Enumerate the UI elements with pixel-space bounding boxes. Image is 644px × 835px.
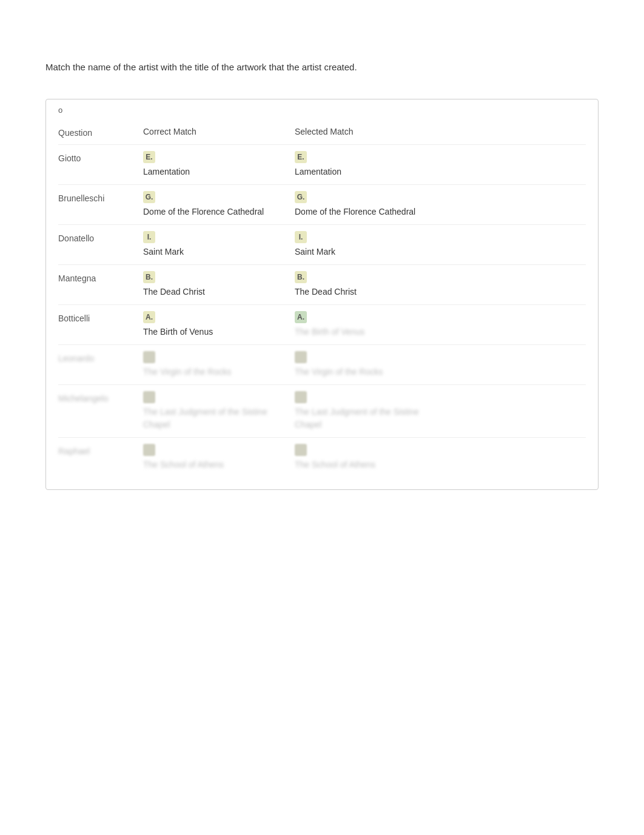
question-cell: Raphael	[58, 444, 143, 456]
selected-artwork: The Last Judgment of the Sistine Chapel	[295, 406, 446, 431]
selected-artwork: Dome of the Florence Cathedral	[295, 206, 446, 218]
correct-match-cell: E.Lamentation	[143, 151, 295, 178]
table-row: LeonardoD.The Virgin of the RocksD.The V…	[58, 345, 586, 384]
correct-badge: E.	[143, 151, 155, 163]
correct-match-cell: G.Dome of the Florence Cathedral	[143, 191, 295, 218]
correct-badge: C.	[143, 391, 155, 403]
correct-match-cell: B.The Dead Christ	[143, 271, 295, 298]
correct-artwork: The Virgin of the Rocks	[143, 366, 295, 378]
selected-badge: C.	[295, 391, 307, 403]
question-cell: Botticelli	[58, 311, 143, 323]
correct-badge: D.	[143, 351, 155, 363]
instructions-text: Match the name of the artist with the ti…	[45, 62, 357, 72]
correct-artwork: Lamentation	[143, 166, 295, 178]
selected-badge: I.	[295, 231, 307, 243]
o-label: o	[58, 106, 586, 115]
question-cell: Donatello	[58, 231, 143, 243]
correct-artwork: Dome of the Florence Cathedral	[143, 206, 295, 218]
correct-artwork: The Last Judgment of the Sistine Chapel	[143, 406, 295, 431]
table-header: Question Correct Match Selected Match	[58, 119, 586, 141]
selected-artwork: The Dead Christ	[295, 286, 446, 298]
correct-match-cell: C.The Last Judgment of the Sistine Chape…	[143, 391, 295, 431]
correct-badge: F.	[143, 444, 155, 456]
header-correct: Correct Match	[143, 126, 295, 138]
selected-match-cell: B.The Dead Christ	[295, 271, 446, 298]
page-container: Match the name of the artist with the ti…	[0, 0, 644, 538]
selected-match-cell: D.The Virgin of the Rocks	[295, 351, 446, 378]
selected-artwork: Lamentation	[295, 166, 446, 178]
correct-badge: G.	[143, 191, 155, 203]
table-row: GiottoE.LamentationE.Lamentation	[58, 145, 586, 184]
table-body: GiottoE.LamentationE.LamentationBrunelle…	[58, 145, 586, 477]
correct-artwork: The Birth of Venus	[143, 326, 295, 338]
question-cell: Michelangelo	[58, 391, 143, 403]
selected-artwork: Saint Mark	[295, 246, 446, 258]
selected-artwork: The Virgin of the Rocks	[295, 366, 446, 378]
table-row: MantegnaB.The Dead ChristB.The Dead Chri…	[58, 265, 586, 304]
table-section: o Question Correct Match Selected Match …	[45, 99, 599, 490]
correct-badge: A.	[143, 311, 155, 323]
question-cell: Leonardo	[58, 351, 143, 363]
correct-match-cell: F.The School of Athens	[143, 444, 295, 471]
question-cell: Mantegna	[58, 271, 143, 283]
selected-match-cell: G.Dome of the Florence Cathedral	[295, 191, 446, 218]
selected-badge: D.	[295, 351, 307, 363]
question-cell: Brunelleschi	[58, 191, 143, 203]
correct-artwork: The Dead Christ	[143, 286, 295, 298]
selected-match-cell: I.Saint Mark	[295, 231, 446, 258]
selected-match-cell: E.Lamentation	[295, 151, 446, 178]
table-row: MichelangeloC.The Last Judgment of the S…	[58, 385, 586, 437]
header-selected: Selected Match	[295, 126, 446, 138]
table-row: BrunelleschiG.Dome of the Florence Cathe…	[58, 185, 586, 224]
table-row: RaphaelF.The School of AthensF.The Schoo…	[58, 438, 586, 477]
correct-badge: I.	[143, 231, 155, 243]
correct-match-cell: D.The Virgin of the Rocks	[143, 351, 295, 378]
selected-match-cell: C.The Last Judgment of the Sistine Chape…	[295, 391, 446, 431]
instructions: Match the name of the artist with the ti…	[45, 61, 361, 75]
correct-artwork: The School of Athens	[143, 458, 295, 471]
selected-artwork: The Birth of Venus	[295, 326, 446, 338]
correct-match-cell: I.Saint Mark	[143, 231, 295, 258]
selected-match-cell: F.The School of Athens	[295, 444, 446, 471]
correct-match-cell: A.The Birth of Venus	[143, 311, 295, 338]
selected-badge: F.	[295, 444, 307, 456]
table-row: DonatelloI.Saint MarkI.Saint Mark	[58, 225, 586, 264]
header-question: Question	[58, 126, 143, 138]
question-cell: Giotto	[58, 151, 143, 163]
selected-artwork: The School of Athens	[295, 458, 446, 471]
selected-badge: G.	[295, 191, 307, 203]
table-row: BotticelliA.The Birth of VenusA.The Birt…	[58, 305, 586, 344]
selected-badge: A.	[295, 311, 307, 323]
correct-artwork: Saint Mark	[143, 246, 295, 258]
selected-badge: B.	[295, 271, 307, 283]
selected-badge: E.	[295, 151, 307, 163]
correct-badge: B.	[143, 271, 155, 283]
selected-match-cell: A.The Birth of Venus	[295, 311, 446, 338]
